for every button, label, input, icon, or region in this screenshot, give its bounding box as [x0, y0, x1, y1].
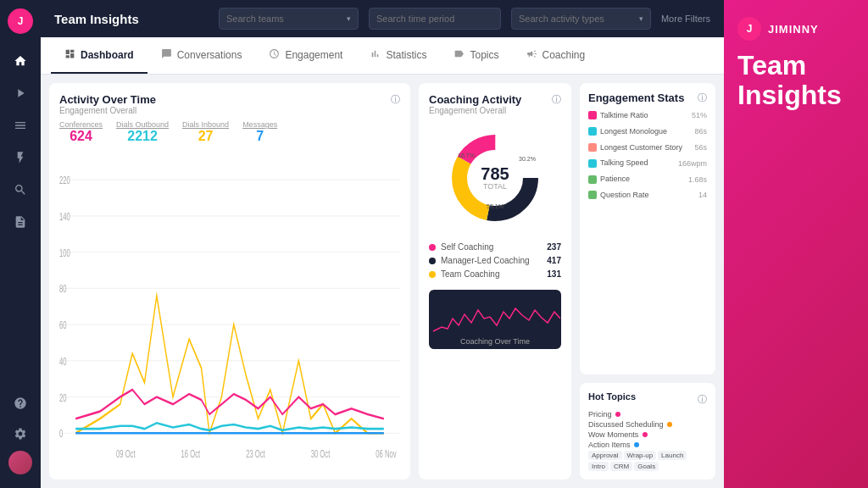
stat-dials-inbound: Dials Inbound 27	[182, 120, 229, 144]
conversations-icon	[161, 48, 172, 62]
more-filters-button[interactable]: More Filters	[661, 14, 710, 24]
activity-chart: 0 20 40 60 80 100 140 220	[59, 151, 400, 469]
svg-text:80: 80	[59, 282, 67, 295]
topic-wow-moments: Wow Moments	[588, 430, 707, 439]
sidebar-item-play[interactable]	[7, 80, 34, 107]
wow-dot	[643, 432, 648, 437]
eng-talking-speed: Talking Speed 166wpm	[588, 158, 707, 168]
stat-messages: Messages 7	[242, 120, 277, 144]
svg-text:100: 100	[59, 246, 70, 258]
svg-text:30.2%: 30.2%	[519, 156, 536, 162]
customer-story-label: Longest Customer Story	[600, 143, 691, 152]
tab-coaching[interactable]: Coaching	[513, 37, 599, 74]
svg-text:30 Oct: 30 Oct	[311, 447, 331, 460]
search-activity-box[interactable]: ▾	[511, 8, 651, 30]
tab-engagement[interactable]: Engagement	[255, 37, 356, 74]
search-activity-input[interactable]	[519, 14, 636, 24]
donut-total-value: 785	[481, 165, 509, 182]
activity-subtitle: Engagement Overall	[59, 106, 156, 115]
tag-approval: Approval	[588, 451, 622, 460]
tab-dashboard-label: Dashboard	[81, 49, 134, 61]
search-time-box[interactable]	[369, 8, 501, 30]
tab-conversations-label: Conversations	[177, 49, 242, 61]
tab-topics[interactable]: Topics	[440, 37, 512, 74]
stat-dials-outbound: Dials Outbound 2212	[116, 120, 169, 144]
header: Team Insights ▾ ▾ More Filters	[41, 0, 724, 37]
topic-action-items: Action Items	[588, 441, 707, 449]
sidebar: J	[0, 0, 41, 488]
legend-self-coaching: Self Coaching 237	[429, 242, 561, 252]
tab-conversations[interactable]: Conversations	[147, 37, 256, 74]
right-panel: Engagement Stats ⓘ Talktime Ratio 51% Lo…	[580, 83, 715, 480]
stat-messages-value: 7	[242, 129, 277, 144]
sidebar-item-help[interactable]	[7, 390, 34, 417]
svg-text:20: 20	[59, 391, 67, 403]
activity-title: Activity Over Time	[59, 93, 156, 106]
eng-question-rate: Question Rate 14	[588, 191, 707, 200]
svg-text:40: 40	[59, 355, 67, 368]
stat-messages-label: Messages	[242, 120, 277, 129]
sidebar-item-search[interactable]	[7, 176, 34, 203]
hot-topics-info-icon[interactable]: ⓘ	[698, 393, 707, 406]
tag-crm: CRM	[610, 462, 632, 471]
eng-talktime: Talktime Ratio 51%	[588, 111, 707, 120]
legend-manager-coaching: Manager-Led Coaching 417	[429, 256, 561, 265]
coaching-info-icon[interactable]: ⓘ	[552, 93, 561, 106]
hot-topics-title: Hot Topics	[588, 391, 636, 402]
search-teams-input[interactable]	[226, 14, 343, 24]
tab-dashboard[interactable]: Dashboard	[51, 37, 147, 74]
statistics-icon	[370, 48, 381, 62]
legend-self-coaching-value: 237	[547, 242, 561, 252]
activity-info-icon[interactable]: ⓘ	[391, 93, 400, 106]
legend-self-coaching-label: Self Coaching	[441, 242, 493, 252]
engagement-info-icon[interactable]: ⓘ	[698, 92, 707, 104]
patience-label: Patience	[600, 175, 685, 184]
team-coaching-dot	[429, 271, 436, 278]
stat-dials-outbound-label: Dials Outbound	[116, 120, 169, 129]
chevron-down-icon: ▾	[347, 14, 351, 23]
user-avatar[interactable]	[8, 451, 32, 474]
monologue-value: 86s	[694, 127, 707, 136]
svg-text:16 Oct: 16 Oct	[181, 447, 201, 460]
patience-dot	[588, 175, 597, 184]
legend-team-coaching: Team Coaching 131	[429, 269, 561, 279]
action-dot	[634, 442, 639, 447]
sidebar-item-lightning[interactable]	[7, 144, 34, 171]
tab-coaching-label: Coaching	[542, 49, 586, 61]
stat-conferences: Conferences 624	[59, 120, 103, 144]
patience-value: 1.68s	[688, 175, 707, 184]
talking-speed-dot	[588, 159, 597, 168]
sidebar-item-settings[interactable]	[7, 420, 34, 447]
tag-goals: Goals	[634, 462, 659, 471]
sidebar-item-menu[interactable]	[7, 112, 34, 139]
customer-story-dot	[588, 143, 597, 152]
engagement-stats-panel: Engagement Stats ⓘ Talktime Ratio 51% Lo…	[580, 83, 715, 374]
coaching-legend: Self Coaching 237 Manager-Led Coaching 4…	[429, 242, 561, 283]
topic-pricing: Pricing	[588, 410, 707, 419]
svg-text:53.1%: 53.1%	[487, 203, 504, 209]
eng-patience: Patience 1.68s	[588, 175, 707, 184]
search-teams-box[interactable]: ▾	[219, 8, 359, 30]
hot-topics-panel: Hot Topics ⓘ Pricing Discussed Schedulin…	[580, 383, 715, 480]
tag-wrapup: Wrap-up	[624, 451, 657, 460]
svg-text:23 Oct: 23 Oct	[246, 447, 265, 460]
jiminny-title: TeamInsights	[737, 51, 854, 110]
tab-statistics[interactable]: Statistics	[356, 37, 440, 74]
pricing-dot	[615, 412, 620, 417]
svg-text:16.7%: 16.7%	[458, 152, 475, 158]
manager-coaching-dot	[429, 258, 436, 264]
content-area: Activity Over Time Engagement Overall ⓘ …	[41, 75, 724, 488]
tag-launch: Launch	[658, 451, 687, 460]
search-time-input[interactable]	[376, 14, 493, 24]
legend-manager-coaching-value: 417	[547, 256, 561, 265]
eng-customer-story: Longest Customer Story 56s	[588, 143, 707, 152]
legend-manager-coaching-label: Manager-Led Coaching	[441, 256, 530, 265]
eng-monologue: Longest Monologue 86s	[588, 127, 707, 136]
stat-conferences-label: Conferences	[59, 120, 103, 129]
svg-text:0: 0	[59, 427, 63, 440]
sidebar-item-reports[interactable]	[7, 208, 34, 236]
jiminny-branding-panel: J JIMINNY TeamInsights	[724, 0, 868, 488]
customer-story-value: 56s	[694, 143, 707, 152]
sidebar-item-home[interactable]	[7, 47, 34, 75]
talking-speed-label: Talking Speed	[600, 158, 675, 168]
